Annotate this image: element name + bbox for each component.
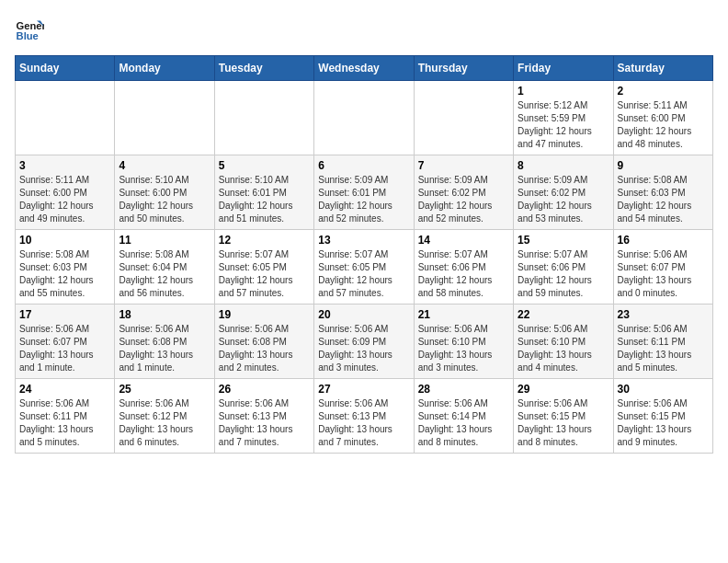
calendar-cell: 22Sunrise: 5:06 AM Sunset: 6:10 PM Dayli… <box>514 304 613 379</box>
calendar-cell: 17Sunrise: 5:06 AM Sunset: 6:07 PM Dayli… <box>16 304 115 379</box>
day-info: Sunrise: 5:08 AM Sunset: 6:03 PM Dayligh… <box>19 248 110 300</box>
calendar-cell: 28Sunrise: 5:06 AM Sunset: 6:14 PM Dayli… <box>414 379 513 454</box>
week-row-2: 3Sunrise: 5:11 AM Sunset: 6:00 PM Daylig… <box>16 155 713 230</box>
calendar-cell <box>115 81 214 155</box>
week-row-5: 24Sunrise: 5:06 AM Sunset: 6:11 PM Dayli… <box>16 379 713 454</box>
calendar-cell <box>414 81 513 155</box>
week-row-4: 17Sunrise: 5:06 AM Sunset: 6:07 PM Dayli… <box>16 304 713 379</box>
day-number: 13 <box>318 234 409 247</box>
day-number: 15 <box>518 234 609 247</box>
day-number: 23 <box>618 308 709 321</box>
calendar-cell: 8Sunrise: 5:09 AM Sunset: 6:02 PM Daylig… <box>514 155 613 230</box>
calendar-cell <box>214 81 313 155</box>
day-info: Sunrise: 5:06 AM Sunset: 6:08 PM Dayligh… <box>219 323 310 374</box>
day-info: Sunrise: 5:06 AM Sunset: 6:10 PM Dayligh… <box>518 323 609 374</box>
day-info: Sunrise: 5:07 AM Sunset: 6:06 PM Dayligh… <box>518 248 609 300</box>
calendar-cell: 29Sunrise: 5:06 AM Sunset: 6:15 PM Dayli… <box>514 379 613 454</box>
calendar-cell: 5Sunrise: 5:10 AM Sunset: 6:01 PM Daylig… <box>214 155 313 230</box>
calendar-cell: 16Sunrise: 5:06 AM Sunset: 6:07 PM Dayli… <box>613 230 712 304</box>
day-info: Sunrise: 5:08 AM Sunset: 6:03 PM Dayligh… <box>618 174 709 225</box>
day-number: 21 <box>418 308 509 321</box>
calendar-cell: 19Sunrise: 5:06 AM Sunset: 6:08 PM Dayli… <box>214 304 313 379</box>
calendar-cell: 11Sunrise: 5:08 AM Sunset: 6:04 PM Dayli… <box>115 230 214 304</box>
day-info: Sunrise: 5:10 AM Sunset: 6:01 PM Dayligh… <box>219 174 310 225</box>
weekday-header-tuesday: Tuesday <box>214 56 313 81</box>
day-info: Sunrise: 5:09 AM Sunset: 6:01 PM Dayligh… <box>318 174 409 225</box>
weekday-header-row: SundayMondayTuesdayWednesdayThursdayFrid… <box>16 56 713 81</box>
day-number: 20 <box>318 308 409 321</box>
day-number: 4 <box>119 159 210 172</box>
day-info: Sunrise: 5:06 AM Sunset: 6:07 PM Dayligh… <box>618 248 709 300</box>
day-number: 27 <box>318 383 409 396</box>
day-info: Sunrise: 5:07 AM Sunset: 6:05 PM Dayligh… <box>219 248 310 300</box>
page-header: General Blue <box>15 15 713 44</box>
calendar-cell: 4Sunrise: 5:10 AM Sunset: 6:00 PM Daylig… <box>115 155 214 230</box>
calendar-cell: 15Sunrise: 5:07 AM Sunset: 6:06 PM Dayli… <box>514 230 613 304</box>
calendar-cell: 10Sunrise: 5:08 AM Sunset: 6:03 PM Dayli… <box>16 230 115 304</box>
day-number: 14 <box>418 234 509 247</box>
day-info: Sunrise: 5:06 AM Sunset: 6:10 PM Dayligh… <box>418 323 509 374</box>
logo-icon: General Blue <box>15 15 44 44</box>
weekday-header-sunday: Sunday <box>16 56 115 81</box>
logo: General Blue <box>15 15 44 44</box>
calendar-cell <box>16 81 115 155</box>
day-number: 18 <box>119 308 210 321</box>
day-info: Sunrise: 5:06 AM Sunset: 6:13 PM Dayligh… <box>219 397 310 449</box>
calendar-cell: 14Sunrise: 5:07 AM Sunset: 6:06 PM Dayli… <box>414 230 513 304</box>
day-info: Sunrise: 5:08 AM Sunset: 6:04 PM Dayligh… <box>119 248 210 300</box>
calendar-cell: 24Sunrise: 5:06 AM Sunset: 6:11 PM Dayli… <box>16 379 115 454</box>
day-number: 5 <box>219 159 310 172</box>
calendar-cell: 12Sunrise: 5:07 AM Sunset: 6:05 PM Dayli… <box>214 230 313 304</box>
day-info: Sunrise: 5:11 AM Sunset: 6:00 PM Dayligh… <box>19 174 110 225</box>
calendar-cell: 9Sunrise: 5:08 AM Sunset: 6:03 PM Daylig… <box>613 155 712 230</box>
calendar-cell: 1Sunrise: 5:12 AM Sunset: 5:59 PM Daylig… <box>514 81 613 155</box>
day-number: 19 <box>219 308 310 321</box>
calendar-cell: 7Sunrise: 5:09 AM Sunset: 6:02 PM Daylig… <box>414 155 513 230</box>
day-number: 16 <box>618 234 709 247</box>
calendar-cell: 30Sunrise: 5:06 AM Sunset: 6:15 PM Dayli… <box>613 379 712 454</box>
day-number: 10 <box>19 234 110 247</box>
weekday-header-wednesday: Wednesday <box>314 56 414 81</box>
calendar-cell: 20Sunrise: 5:06 AM Sunset: 6:09 PM Dayli… <box>314 304 414 379</box>
day-info: Sunrise: 5:06 AM Sunset: 6:11 PM Dayligh… <box>19 397 110 449</box>
day-number: 25 <box>119 383 210 396</box>
calendar-cell: 21Sunrise: 5:06 AM Sunset: 6:10 PM Dayli… <box>414 304 513 379</box>
day-number: 6 <box>318 159 409 172</box>
day-info: Sunrise: 5:06 AM Sunset: 6:07 PM Dayligh… <box>19 323 110 374</box>
day-info: Sunrise: 5:06 AM Sunset: 6:12 PM Dayligh… <box>119 397 210 449</box>
weekday-header-monday: Monday <box>115 56 214 81</box>
day-number: 30 <box>618 383 709 396</box>
day-info: Sunrise: 5:06 AM Sunset: 6:15 PM Dayligh… <box>618 397 709 449</box>
calendar-cell: 13Sunrise: 5:07 AM Sunset: 6:05 PM Dayli… <box>314 230 414 304</box>
day-number: 24 <box>19 383 110 396</box>
day-number: 1 <box>518 85 609 98</box>
day-number: 11 <box>119 234 210 247</box>
weekday-header-friday: Friday <box>514 56 613 81</box>
day-info: Sunrise: 5:07 AM Sunset: 6:06 PM Dayligh… <box>418 248 509 300</box>
svg-text:Blue: Blue <box>17 30 39 41</box>
day-info: Sunrise: 5:07 AM Sunset: 6:05 PM Dayligh… <box>318 248 409 300</box>
day-number: 9 <box>618 159 709 172</box>
day-info: Sunrise: 5:09 AM Sunset: 6:02 PM Dayligh… <box>418 174 509 225</box>
calendar-cell: 2Sunrise: 5:11 AM Sunset: 6:00 PM Daylig… <box>613 81 712 155</box>
day-number: 26 <box>219 383 310 396</box>
day-number: 28 <box>418 383 509 396</box>
weekday-header-thursday: Thursday <box>414 56 513 81</box>
day-number: 29 <box>518 383 609 396</box>
day-number: 2 <box>618 85 709 98</box>
day-number: 17 <box>19 308 110 321</box>
day-info: Sunrise: 5:06 AM Sunset: 6:13 PM Dayligh… <box>318 397 409 449</box>
calendar-cell: 18Sunrise: 5:06 AM Sunset: 6:08 PM Dayli… <box>115 304 214 379</box>
day-info: Sunrise: 5:06 AM Sunset: 6:14 PM Dayligh… <box>418 397 509 449</box>
calendar-cell: 23Sunrise: 5:06 AM Sunset: 6:11 PM Dayli… <box>613 304 712 379</box>
calendar-cell: 6Sunrise: 5:09 AM Sunset: 6:01 PM Daylig… <box>314 155 414 230</box>
calendar-cell: 3Sunrise: 5:11 AM Sunset: 6:00 PM Daylig… <box>16 155 115 230</box>
weekday-header-saturday: Saturday <box>613 56 712 81</box>
day-info: Sunrise: 5:06 AM Sunset: 6:08 PM Dayligh… <box>119 323 210 374</box>
week-row-3: 10Sunrise: 5:08 AM Sunset: 6:03 PM Dayli… <box>16 230 713 304</box>
day-info: Sunrise: 5:12 AM Sunset: 5:59 PM Dayligh… <box>518 99 609 151</box>
day-number: 12 <box>219 234 310 247</box>
day-info: Sunrise: 5:11 AM Sunset: 6:00 PM Dayligh… <box>618 99 709 151</box>
calendar-cell <box>314 81 414 155</box>
calendar-cell: 27Sunrise: 5:06 AM Sunset: 6:13 PM Dayli… <box>314 379 414 454</box>
